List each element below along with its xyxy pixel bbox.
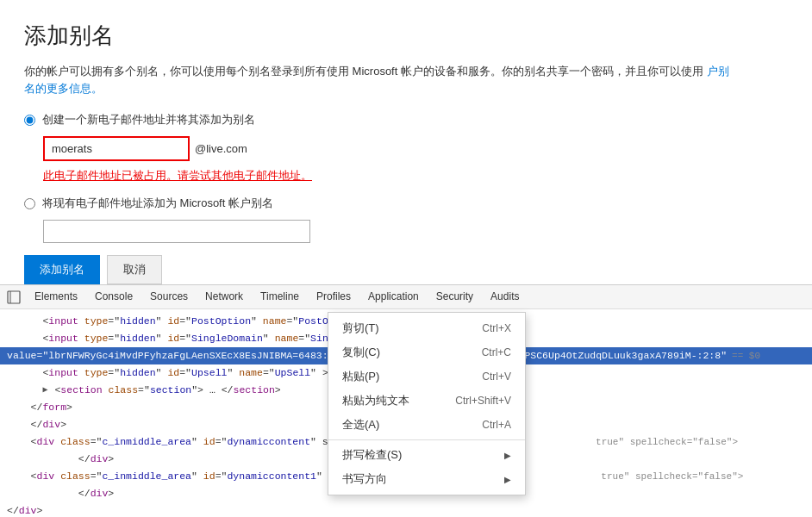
code-line: </div> xyxy=(0,502,812,517)
tab-audits[interactable]: Audits xyxy=(482,287,528,308)
tab-application[interactable]: Application xyxy=(359,287,428,308)
context-menu-item-writing-direction[interactable]: 书写方向 ▶ xyxy=(328,467,525,491)
create-alias-section: 创建一个新电子邮件地址并将其添加为别名 @live.com 此电子邮件地址已被占… xyxy=(24,112,788,184)
context-menu-item-cut[interactable]: 剪切(T) Ctrl+X xyxy=(328,316,525,340)
tab-console[interactable]: Console xyxy=(86,287,141,308)
radio2-label[interactable]: 将现有电子邮件地址添加为 Microsoft 帐户别名 xyxy=(24,196,788,211)
tab-security[interactable]: Security xyxy=(428,287,482,308)
tab-timeline[interactable]: Timeline xyxy=(252,287,308,308)
inspect-element-button[interactable] xyxy=(3,287,24,308)
context-menu-item-paste-plain[interactable]: 粘贴为纯文本 Ctrl+Shift+V xyxy=(328,389,525,413)
tab-sources[interactable]: Sources xyxy=(141,287,197,308)
page-title: 添加别名 xyxy=(24,21,788,51)
error-link[interactable]: 此电子邮件地址已被占用。请尝试其他电子邮件地址。 xyxy=(43,169,312,182)
radio1-label[interactable]: 创建一个新电子邮件地址并将其添加为别名 xyxy=(24,112,788,128)
context-menu-item-copy[interactable]: 复制(C) Ctrl+C xyxy=(328,340,525,364)
context-menu-item-paste[interactable]: 粘贴(P) Ctrl+V xyxy=(328,364,525,389)
svg-rect-0 xyxy=(8,291,20,303)
existing-email-input-row xyxy=(43,220,788,243)
context-menu-item-spellcheck[interactable]: 拼写检查(S) ▶ xyxy=(328,443,525,467)
description: 你的帐户可以拥有多个别名，你可以使用每个别名登录到所有使用 Microsoft … xyxy=(24,63,731,97)
devtools-tabs: Elements Console Sources Network Timelin… xyxy=(26,287,528,308)
tab-profiles[interactable]: Profiles xyxy=(308,287,359,308)
tab-elements[interactable]: Elements xyxy=(26,287,86,308)
radio2-input[interactable] xyxy=(24,198,35,209)
add-alias-button[interactable]: 添加别名 xyxy=(24,255,100,284)
existing-alias-section: 将现有电子邮件地址添加为 Microsoft 帐户别名 xyxy=(24,196,788,243)
email-input-row: @live.com xyxy=(43,136,788,161)
email-input[interactable] xyxy=(43,136,190,161)
devtools-toolbar: Elements Console Sources Network Timelin… xyxy=(0,285,812,309)
cancel-button[interactable]: 取消 xyxy=(107,255,162,284)
context-menu: 剪切(T) Ctrl+X 复制(C) Ctrl+C 粘贴(P) Ctrl+V 粘… xyxy=(328,312,526,495)
context-menu-item-select-all[interactable]: 全选(A) Ctrl+A xyxy=(328,413,525,437)
existing-email-input[interactable] xyxy=(43,220,310,243)
radio1-input[interactable] xyxy=(24,115,35,126)
main-content: 添加别名 你的帐户可以拥有多个别名，你可以使用每个别名登录到所有使用 Micro… xyxy=(0,0,812,298)
email-domain: @live.com xyxy=(195,142,247,155)
context-menu-divider xyxy=(328,439,525,440)
error-message: 此电子邮件地址已被占用。请尝试其他电子邮件地址。 xyxy=(43,168,788,184)
tab-network[interactable]: Network xyxy=(197,287,252,308)
button-row: 添加别名 取消 xyxy=(24,255,788,284)
